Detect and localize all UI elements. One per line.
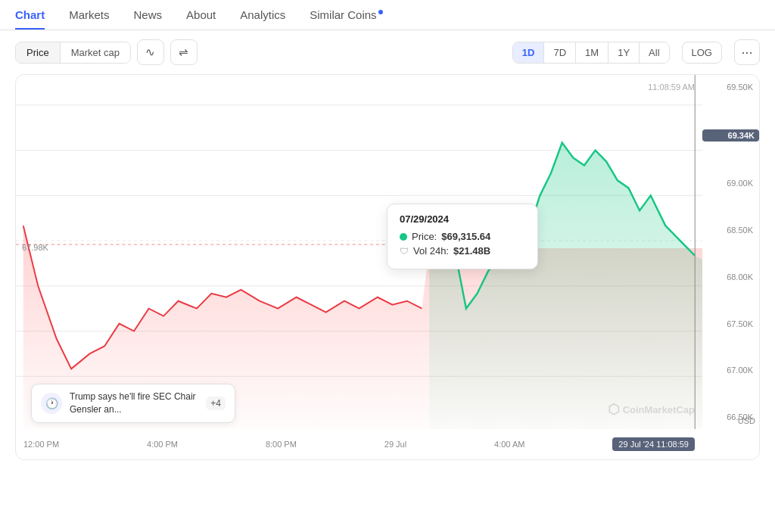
cmc-logo-icon: ⬡	[608, 401, 620, 418]
tab-chart[interactable]: Chart	[15, 1, 45, 29]
usd-label: USD	[738, 416, 755, 425]
tab-similar-coins[interactable]: Similar Coins	[310, 1, 382, 29]
nav-tabs: Chart Markets News About Analytics Simil…	[0, 0, 775, 30]
tab-analytics[interactable]: Analytics	[240, 1, 285, 29]
tooltip-vol-label: Vol 24h:	[413, 245, 449, 257]
compare-btn[interactable]: ⇌	[170, 39, 198, 65]
chart-inner: 69.50K 69.34K 69.00K 68.50K 68.00K 67.50…	[16, 75, 759, 459]
tooltip-price-row: Price: $69,315.64	[400, 231, 525, 242]
y-label-current: 69.34K	[702, 129, 759, 142]
x-label-current-time: 29 Jul '24 11:08:59	[612, 437, 695, 451]
time-1m-btn[interactable]: 1M	[576, 42, 608, 63]
y-label-6850: 68.50K	[702, 226, 759, 235]
y-label-6950: 69.50K	[702, 82, 759, 92]
left-price-label: 67.98K	[22, 243, 48, 252]
compare-icon: ⇌	[179, 45, 188, 59]
tooltip-price-dot	[400, 233, 407, 241]
news-more-count: +4	[206, 397, 226, 410]
time-all-btn[interactable]: All	[640, 42, 668, 63]
tab-about[interactable]: About	[186, 1, 216, 29]
y-label-6800: 68.00K	[702, 272, 759, 282]
tooltip-vol-value: $21.48B	[453, 245, 490, 257]
news-clock-icon: 🕐	[41, 393, 62, 414]
tooltip-price-label: Price:	[412, 231, 437, 242]
line-chart-icon: ∿	[145, 45, 155, 59]
news-badge-text: Trump says he'll fire SEC Chair Gensler …	[70, 390, 198, 416]
controls-row: Price Market cap ∿ ⇌ 1D 7D 1M 1Y All LOG…	[0, 30, 775, 74]
tooltip-price-value: $69,315.64	[441, 231, 490, 242]
time-1y-btn[interactable]: 1Y	[608, 42, 640, 63]
news-badge[interactable]: 🕐 Trump says he'll fire SEC Chair Gensle…	[31, 384, 235, 423]
x-label-2000: 8:00 PM	[266, 440, 297, 449]
view-type-group: Price Market cap	[15, 42, 131, 64]
similar-coins-dot	[378, 10, 383, 14]
x-label-29jul: 29 Jul	[384, 440, 406, 449]
price-btn[interactable]: Price	[16, 42, 61, 63]
tooltip-vol-icon: 🛡	[400, 246, 409, 257]
x-label-1600: 4:00 PM	[147, 440, 178, 449]
more-btn[interactable]: ···	[734, 39, 760, 65]
tooltip-vol-row: 🛡 Vol 24h: $21.48B	[400, 245, 525, 257]
x-label-0400: 4:00 AM	[494, 440, 524, 449]
price-tooltip: 07/29/2024 Price: $69,315.64 🛡 Vol 24h: …	[387, 204, 538, 269]
x-label-1200: 12:00 PM	[23, 440, 59, 449]
time-7d-btn[interactable]: 7D	[544, 42, 576, 63]
y-label-6700: 67.00K	[702, 366, 759, 375]
tab-markets[interactable]: Markets	[69, 1, 109, 29]
cmc-logo-text: CoinMarketCap	[623, 404, 695, 415]
x-axis: 12:00 PM 4:00 PM 8:00 PM 29 Jul 4:00 AM …	[16, 429, 702, 459]
more-icon: ···	[741, 45, 752, 61]
tooltip-date: 07/29/2024	[400, 213, 525, 225]
chart-container: 69.50K 69.34K 69.00K 68.50K 68.00K 67.50…	[15, 74, 760, 460]
log-btn[interactable]: LOG	[682, 42, 722, 64]
cursor-time-label: 11:08:59 AM	[648, 82, 695, 92]
y-label-6750: 67.50K	[702, 319, 759, 328]
y-label-6900: 69.00K	[702, 179, 759, 188]
y-axis: 69.50K 69.34K 69.00K 68.50K 68.00K 67.50…	[702, 75, 759, 429]
time-1d-btn[interactable]: 1D	[513, 42, 545, 63]
line-chart-btn[interactable]: ∿	[137, 39, 164, 65]
time-range-group: 1D 7D 1M 1Y All	[512, 42, 670, 64]
price-chart-svg	[16, 75, 702, 429]
tab-news[interactable]: News	[134, 1, 163, 29]
marketcap-btn[interactable]: Market cap	[61, 42, 130, 63]
coinmarketcap-watermark: ⬡ CoinMarketCap	[608, 401, 695, 418]
